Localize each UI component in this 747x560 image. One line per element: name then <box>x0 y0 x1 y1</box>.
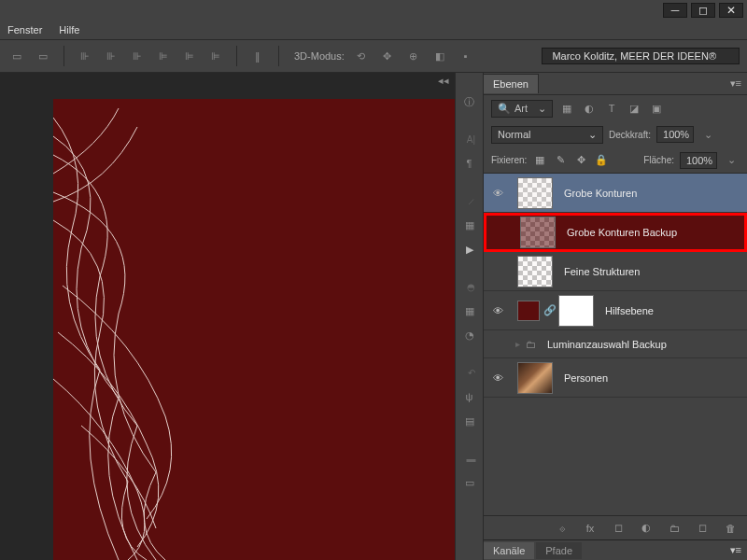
folder-icon: 🗀 <box>526 339 536 350</box>
tab-pfade[interactable]: Pfade <box>536 542 582 559</box>
tab-kanale[interactable]: Kanäle <box>484 542 534 559</box>
fill-input[interactable]: 100% <box>680 152 717 169</box>
mode-label: 3D-Modus: <box>294 50 345 62</box>
layer-thumbnail[interactable] <box>517 177 553 209</box>
align-icon[interactable]: ▭ <box>7 47 26 65</box>
filter-shape-icon[interactable]: ◪ <box>626 100 642 117</box>
layer-effects-icon[interactable]: fx <box>581 519 599 538</box>
panel-menu-icon[interactable]: ▾≡ <box>725 544 747 556</box>
canvas-area: ◂◂ <box>0 73 455 560</box>
workspace-selector[interactable]: Marco Kolditz, MEER DER IDEEN® <box>542 48 740 64</box>
paragraph-icon[interactable]: ¶ <box>459 153 480 174</box>
minimize-button[interactable]: ─ <box>663 3 687 18</box>
distribute-icon[interactable]: ⊪ <box>102 47 120 65</box>
fill-dropdown-icon[interactable]: ⌄ <box>723 152 740 169</box>
adjustment-layer-icon[interactable]: ◐ <box>637 519 655 538</box>
layer-row[interactable]: 👁 Personen <box>484 358 747 398</box>
layer-name[interactable]: Feine Strukturen <box>564 266 741 277</box>
lock-pixels-icon[interactable]: ✎ <box>553 153 568 168</box>
distribute-icon[interactable]: ⊪ <box>76 47 94 65</box>
document-canvas[interactable] <box>53 99 455 560</box>
distribute-icon[interactable]: ⊫ <box>154 47 173 65</box>
character-icon[interactable]: A| <box>461 129 482 149</box>
adjustments-icon[interactable]: ◔ <box>459 325 480 345</box>
mask-link-icon[interactable]: 🔗 <box>543 304 555 316</box>
layer-name[interactable]: Luminanzauswahl Backup <box>547 339 741 350</box>
new-group-icon[interactable]: 🗀 <box>665 519 684 538</box>
visibility-toggle[interactable]: 👁 <box>484 372 512 384</box>
layer-name[interactable]: Personen <box>564 372 741 384</box>
styles-icon[interactable]: ▦ <box>459 301 480 321</box>
menu-fenster[interactable]: Fenster <box>7 24 42 35</box>
distribute-icon[interactable]: ⊫ <box>206 47 225 65</box>
layer-thumbnail[interactable] <box>520 217 556 248</box>
visibility-toggle[interactable]: 👁 <box>484 188 512 199</box>
distribute-icon[interactable]: ⊫ <box>180 47 199 65</box>
mask-thumbnail[interactable] <box>558 295 594 327</box>
blend-mode-select[interactable]: Normal ⌄ <box>491 126 603 144</box>
visibility-toggle[interactable]: 👁 <box>484 305 512 316</box>
layer-group-row[interactable]: ▸ 🗀 Luminanzauswahl Backup <box>484 330 747 358</box>
menubar: Fenster Hilfe <box>0 21 747 39</box>
layer-name[interactable]: Grobe Konturen <box>564 188 741 199</box>
layer-filter[interactable]: 🔍 Art ⌄ <box>491 100 553 118</box>
swatches-icon[interactable]: ◓ <box>461 276 482 297</box>
close-button[interactable]: ✕ <box>719 3 743 18</box>
orbit-icon[interactable]: ⟲ <box>352 47 371 65</box>
layer-row[interactable]: Grobe Konturen Backup <box>484 213 747 252</box>
brush-icon[interactable]: ⟋ <box>461 190 482 211</box>
layer-row[interactable]: 👁 Grobe Konturen <box>484 174 747 213</box>
distribute-icon[interactable]: ⊪ <box>128 47 147 65</box>
opacity-label: Deckkraft: <box>609 130 651 140</box>
layer-thumbnail[interactable] <box>517 301 540 321</box>
lock-all-icon[interactable]: 🔒 <box>594 153 609 168</box>
history-icon[interactable]: ↶ <box>461 362 482 383</box>
camera-icon[interactable]: ▪ <box>457 47 475 65</box>
notes-icon[interactable]: ▤ <box>459 411 480 431</box>
layer-name[interactable]: Grobe Konturen Backup <box>567 227 739 238</box>
layers-icon[interactable]: ▦ <box>459 215 480 235</box>
new-layer-icon[interactable]: ◻ <box>693 519 712 538</box>
filter-pixel-icon[interactable]: ▦ <box>558 100 575 117</box>
filter-adjust-icon[interactable]: ◐ <box>581 100 598 117</box>
space-icon[interactable]: ‖ <box>248 47 267 65</box>
link-layers-icon[interactable]: ⟐ <box>553 519 571 538</box>
pan-icon[interactable]: ✥ <box>378 47 397 65</box>
layer-name[interactable]: Hilfsebene <box>605 305 741 316</box>
layers-panel: Ebenen ▾≡ 🔍 Art ⌄ ▦ ◐ T ◪ ▣ Normal ⌄ Dec… <box>483 73 747 560</box>
actions-icon[interactable]: ▶ <box>459 239 480 259</box>
menu-hilfe[interactable]: Hilfe <box>59 24 79 35</box>
layer-thumbnail[interactable] <box>517 256 553 287</box>
collapsed-panel-strip: ⓘ A| ¶ ⟋ ▦ ▶ ◓ ▦ ◔ ↶ ψ ▤ ▬ ▭ <box>455 73 483 560</box>
panel-menu-icon[interactable]: ▾≡ <box>725 77 747 90</box>
lock-label: Fixieren: <box>491 155 527 165</box>
info-icon[interactable]: ⓘ <box>459 91 480 112</box>
layer-row[interactable]: Feine Strukturen <box>484 252 747 291</box>
tab-ebenen[interactable]: Ebenen <box>484 74 539 93</box>
group-expand-icon[interactable]: ▸ <box>515 339 520 349</box>
opacity-dropdown-icon[interactable]: ⌄ <box>699 126 716 143</box>
opacity-input[interactable]: 100% <box>656 126 694 143</box>
layer-thumbnail[interactable] <box>517 362 553 394</box>
filter-smart-icon[interactable]: ▣ <box>648 100 665 117</box>
move-icon[interactable]: ⊕ <box>404 47 423 65</box>
navigator-icon[interactable]: ▭ <box>459 472 480 493</box>
layer-row[interactable]: 👁 🔗 Hilfsebene <box>484 291 747 330</box>
options-bar: ▭ ▭ ⊪ ⊪ ⊪ ⊫ ⊫ ⊫ ‖ 3D-Modus: ⟲ ✥ ⊕ ◧ ▪ Ma… <box>0 39 747 73</box>
align-icon[interactable]: ▭ <box>34 47 52 65</box>
scale-icon[interactable]: ◧ <box>430 47 449 65</box>
delete-layer-icon[interactable]: 🗑 <box>721 519 740 538</box>
lock-transparent-icon[interactable]: ▦ <box>532 153 547 168</box>
histogram-icon[interactable]: ▬ <box>461 448 482 469</box>
fill-label: Fläche: <box>643 155 674 165</box>
lock-position-icon[interactable]: ✥ <box>573 153 588 168</box>
maximize-button[interactable]: ◻ <box>691 3 715 18</box>
layers-bottom-bar: ⟐ fx ◻ ◐ 🗀 ◻ 🗑 <box>484 515 747 539</box>
layer-mask-icon[interactable]: ◻ <box>609 519 627 538</box>
filter-type-icon[interactable]: T <box>603 100 620 117</box>
collapse-icon[interactable]: ◂◂ <box>0 75 455 88</box>
properties-icon[interactable]: ψ <box>459 386 480 407</box>
